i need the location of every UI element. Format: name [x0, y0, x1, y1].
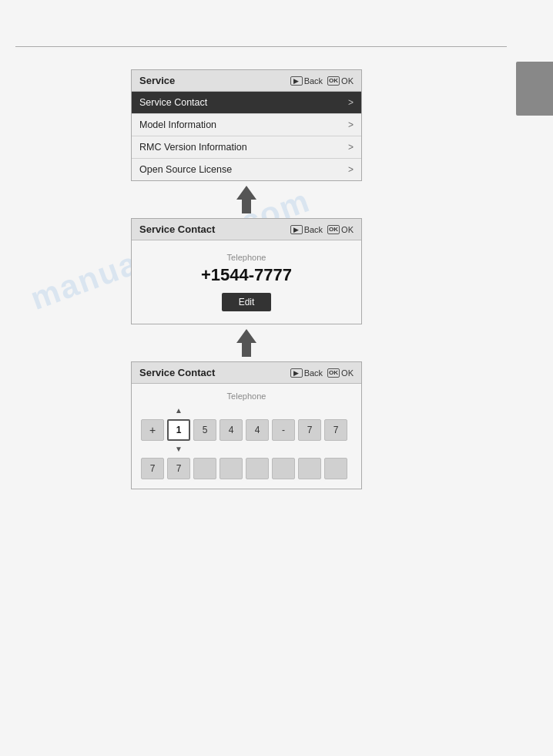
back-label-2: Back — [304, 225, 323, 234]
back-control-2: ▶ Back — [290, 225, 323, 234]
up-arrow-row: ▲ — [141, 405, 352, 416]
edit-button[interactable]: Edit — [222, 293, 272, 311]
ok-label-2: OK — [341, 225, 354, 234]
service-menu-box: Service ▶ Back OK OK Service Contact > M… — [131, 69, 362, 181]
service-menu-header: Service ▶ Back OK OK — [132, 70, 361, 92]
ok-icon: OK — [327, 76, 340, 86]
service-contact-keypad-box: Service Contact ▶ Back OK OK Telephone — [131, 361, 362, 489]
ok-label: OK — [341, 76, 354, 86]
service-menu-controls: ▶ Back OK OK — [290, 76, 354, 86]
service-menu-title: Service — [139, 75, 175, 86]
spacer-d4 — [246, 444, 269, 455]
ok-icon-2: OK — [327, 225, 340, 234]
ok-icon-3: OK — [327, 368, 340, 378]
key-empty-1[interactable] — [193, 458, 216, 479]
spacer-d2 — [193, 444, 216, 455]
key-dash[interactable]: - — [272, 419, 295, 441]
down-arrow-svg-2 — [235, 329, 258, 357]
up-arrow-icon[interactable]: ▲ — [175, 407, 183, 415]
side-tab — [516, 62, 553, 116]
key-7c[interactable]: 7 — [141, 458, 164, 479]
keypad-row-2: 7 7 — [141, 458, 352, 479]
phone-display: Telephone +1544-7777 Edit — [132, 240, 361, 324]
svg-marker-0 — [236, 186, 256, 213]
spacer-d3 — [220, 444, 243, 455]
spacer5 — [272, 405, 295, 416]
spacer-d7 — [324, 444, 347, 455]
top-divider — [15, 46, 507, 47]
service-contact-keypad-controls: ▶ Back OK OK — [290, 368, 354, 378]
ok-control: OK OK — [327, 76, 354, 86]
keypad-row-1: + 1 5 4 4 - 7 7 — [141, 419, 352, 441]
key-4b[interactable]: 4 — [246, 419, 269, 441]
svg-marker-1 — [236, 329, 256, 357]
back-icon-2: ▶ — [290, 225, 303, 234]
spacer-plus-down — [141, 444, 164, 455]
key-4a[interactable]: 4 — [220, 419, 243, 441]
menu-item-label: Service Contact — [139, 97, 207, 108]
spacer4 — [246, 405, 269, 416]
down-arrow-svg-1 — [235, 186, 258, 213]
telephone-label: Telephone — [147, 253, 346, 262]
chevron-icon: > — [348, 164, 354, 175]
spacer3 — [220, 405, 243, 416]
key-7a[interactable]: 7 — [298, 419, 321, 441]
back-icon-3: ▶ — [290, 368, 303, 378]
key-empty-2[interactable] — [220, 458, 243, 479]
back-label-3: Back — [304, 368, 323, 378]
spacer7 — [324, 405, 347, 416]
back-control: ▶ Back — [290, 76, 323, 86]
spacer6 — [298, 405, 321, 416]
keypad-area: Telephone ▲ + 1 — [132, 384, 361, 489]
service-contact-box: Service Contact ▶ Back OK OK Telephone +… — [131, 218, 362, 324]
key-empty-5[interactable] — [298, 458, 321, 479]
arrow-down-2 — [231, 328, 262, 358]
service-contact-header: Service Contact ▶ Back OK OK — [132, 219, 361, 240]
back-label: Back — [304, 76, 323, 86]
service-contact-keypad-title: Service Contact — [139, 367, 215, 378]
key-5[interactable]: 5 — [193, 419, 216, 441]
key-empty-4[interactable] — [272, 458, 295, 479]
arrow-down-1 — [231, 184, 262, 215]
key-7b[interactable]: 7 — [324, 419, 347, 441]
key-plus[interactable]: + — [141, 419, 164, 441]
menu-item-rmc-version[interactable]: RMC Version Information > — [132, 136, 361, 159]
back-control-3: ▶ Back — [290, 368, 323, 378]
menu-item-open-source[interactable]: Open Source License > — [132, 159, 361, 180]
menu-item-service-contact[interactable]: Service Contact > — [132, 92, 361, 114]
phone-number: +1544-7777 — [147, 265, 346, 285]
ok-label-3: OK — [341, 368, 354, 378]
up-arrow-cell: ▲ — [167, 405, 190, 416]
ok-control-2: OK OK — [327, 225, 354, 234]
down-arrow-row: ▼ — [141, 444, 352, 455]
chevron-icon: > — [348, 97, 354, 108]
menu-item-label: Model Information — [139, 119, 216, 130]
key-1[interactable]: 1 — [167, 419, 190, 441]
ok-control-3: OK OK — [327, 368, 354, 378]
menu-item-label: Open Source License — [139, 164, 232, 175]
back-icon: ▶ — [290, 76, 303, 86]
spacer-d5 — [272, 444, 295, 455]
service-contact-controls: ▶ Back OK OK — [290, 225, 354, 234]
menu-item-label: RMC Version Information — [139, 142, 247, 153]
spacer-d6 — [298, 444, 321, 455]
key-empty-3[interactable] — [246, 458, 269, 479]
chevron-icon: > — [348, 119, 354, 130]
key-empty-6[interactable] — [324, 458, 347, 479]
chevron-icon: > — [348, 142, 354, 153]
service-contact-title: Service Contact — [139, 223, 215, 235]
keypad-telephone-label: Telephone — [141, 391, 352, 401]
key-7d[interactable]: 7 — [167, 458, 190, 479]
down-arrow-cell: ▼ — [167, 444, 190, 455]
spacer-plus-up — [141, 405, 164, 416]
menu-item-model-info[interactable]: Model Information > — [132, 114, 361, 136]
spacer2 — [193, 405, 216, 416]
down-arrow-icon[interactable]: ▼ — [175, 445, 183, 453]
menus-container: Service ▶ Back OK OK Service Contact > M… — [131, 69, 362, 489]
keypad-grid: ▲ + 1 5 4 4 - 7 — [141, 405, 352, 479]
service-contact-keypad-header: Service Contact ▶ Back OK OK — [132, 362, 361, 384]
